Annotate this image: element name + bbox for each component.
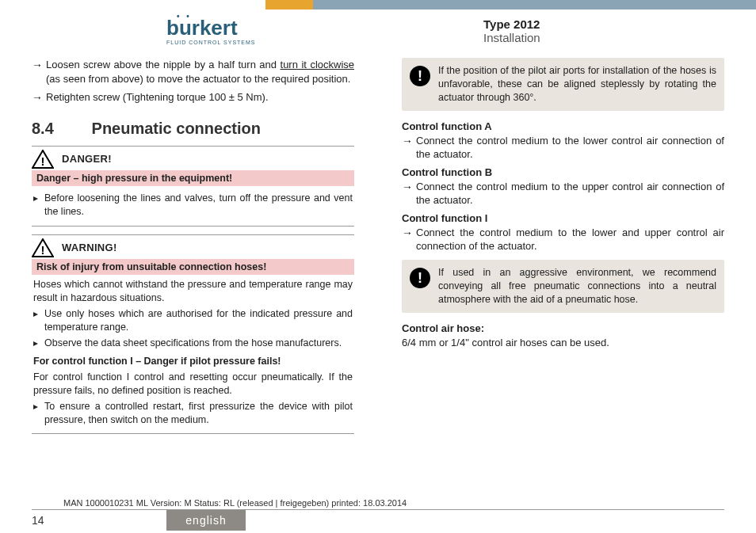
- svg-text:!: !: [41, 243, 45, 257]
- step-text: Connect the control medium to the lower …: [416, 134, 724, 162]
- instruction-step: → Retighten screw (Tightening torque 100…: [32, 90, 354, 105]
- warning-triangle-icon: !: [32, 238, 54, 257]
- header-color-strip: [0, 0, 756, 10]
- warning-bullet: ▸ Use only hoses which are authorised fo…: [33, 307, 353, 334]
- warning-bullet: ▸ Observe the data sheet specifications …: [33, 337, 353, 350]
- left-column: → Loosen screw above the nipple by a hal…: [32, 58, 354, 442]
- bullet-text: Observe the data sheet specifications fr…: [44, 337, 353, 350]
- warning-triangle-icon: !: [32, 150, 54, 169]
- warning-cf-head: For control function I – Danger if pilot…: [33, 355, 353, 368]
- note-box: ! If the position of the pilot air ports…: [402, 58, 724, 111]
- step-text: Retighten screw (Tightening torque 100 ±…: [46, 90, 354, 105]
- instruction-step: → Connect the control medium to the uppe…: [402, 180, 724, 207]
- section-number: 8.4: [32, 120, 87, 138]
- danger-label: DANGER!: [62, 153, 112, 165]
- chevron-icon: ▸: [33, 307, 44, 320]
- arrow-icon: →: [402, 226, 416, 241]
- right-column: ! If the position of the pilot air ports…: [402, 58, 724, 442]
- footer-meta: MAN 1000010231 ML Version: M Status: RL …: [32, 498, 724, 510]
- step-text-underline: turn it clockwise: [281, 59, 354, 70]
- bullet-text: Use only hoses which are authorised for …: [44, 307, 353, 334]
- language-badge: english: [166, 510, 246, 531]
- cf-b-head: Control function B: [402, 166, 724, 178]
- page-footer: MAN 1000010231 ML Version: M Status: RL …: [0, 498, 756, 533]
- warning-label: WARNING!: [62, 242, 117, 253]
- info-exclaim-icon: !: [410, 66, 430, 86]
- danger-bullet: ▸ Before loosening the lines and valves,…: [33, 192, 353, 219]
- doc-type-label: Type 2012: [483, 17, 724, 31]
- section-heading: 8.4 Pneumatic connection: [32, 120, 354, 138]
- note-text: If used in an aggressive environment, we…: [438, 266, 716, 306]
- info-exclaim-icon: !: [410, 268, 430, 288]
- warning-subhead: Risk of injury from unsuitable connectio…: [32, 259, 354, 275]
- arrow-icon: →: [402, 180, 416, 195]
- note-box: ! If used in an aggressive environment, …: [402, 260, 724, 313]
- section-title: Pneumatic connection: [92, 120, 261, 137]
- warning-cf-lead: For control function I control and reset…: [33, 371, 353, 398]
- arrow-icon: →: [32, 58, 46, 73]
- brand-logo-subtitle: FLUID CONTROL SYSTEMS: [166, 40, 256, 45]
- cf-i-head: Control function I: [402, 212, 724, 224]
- hose-head: Control air hose:: [402, 322, 724, 334]
- chevron-icon: ▸: [33, 337, 44, 349]
- bullet-text: To ensure a controlled restart, first pr…: [44, 400, 353, 427]
- page-header: • • burkert FLUID CONTROL SYSTEMS Type 2…: [0, 10, 756, 50]
- svg-text:!: !: [41, 154, 45, 168]
- warning-lead: Hoses which cannot withstand the pressur…: [33, 278, 353, 305]
- danger-subhead: Danger – high pressure in the equipment!: [32, 170, 354, 186]
- warning-block: ! WARNING! Risk of injury from unsuitabl…: [32, 234, 354, 435]
- brand-logo: • • burkert: [166, 17, 256, 38]
- warning-bullet: ▸ To ensure a controlled restart, first …: [33, 400, 353, 427]
- danger-block: ! DANGER! Danger – high pressure in the …: [32, 146, 354, 227]
- cf-a-head: Control function A: [402, 120, 724, 132]
- bullet-text: Before loosening the lines and valves, t…: [44, 192, 353, 219]
- doc-section-label: Installation: [483, 31, 724, 44]
- hose-text: 6/4 mm or 1/4" control air hoses can be …: [402, 336, 724, 350]
- step-text: Connect the control medium to the upper …: [416, 180, 724, 207]
- step-text: Connect the control medium to the lower …: [416, 226, 724, 253]
- page-number: 14: [0, 510, 166, 531]
- step-text: (as seen from above) to move the actuato…: [46, 73, 350, 85]
- instruction-step: → Loosen screw above the nipple by a hal…: [32, 58, 354, 86]
- page-content: → Loosen screw above the nipple by a hal…: [0, 50, 756, 442]
- chevron-icon: ▸: [33, 192, 44, 204]
- instruction-step: → Connect the control medium to the lowe…: [402, 134, 724, 162]
- instruction-step: → Connect the control medium to the lowe…: [402, 226, 724, 253]
- step-text: Loosen screw above the nipple by a half …: [46, 59, 281, 70]
- note-text: If the position of the pilot air ports f…: [438, 64, 716, 105]
- arrow-icon: →: [32, 90, 46, 105]
- chevron-icon: ▸: [33, 400, 44, 413]
- arrow-icon: →: [402, 134, 416, 149]
